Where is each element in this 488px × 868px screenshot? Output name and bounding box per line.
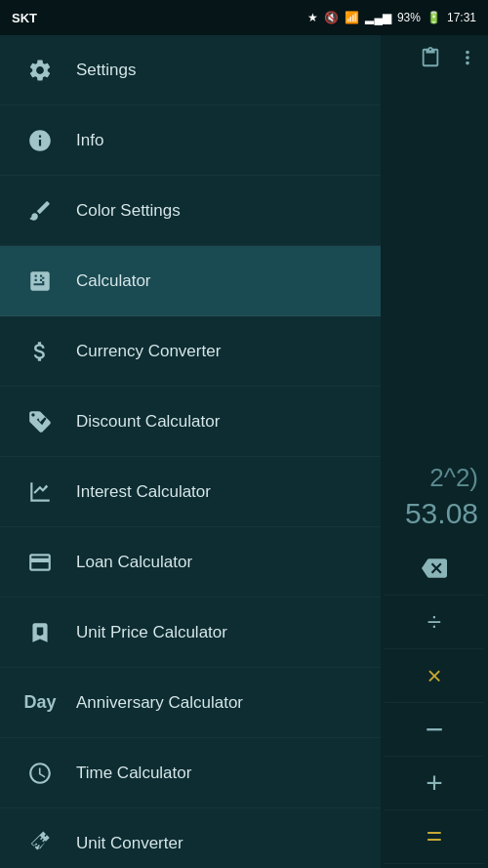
- dollar-icon: [20, 339, 61, 364]
- carrier-label: SKT: [12, 11, 37, 25]
- info-icon: [20, 128, 61, 153]
- discount-calculator-label: Discount Calculator: [76, 412, 220, 432]
- status-icons-group: ★ 🔇 📶 ▂▄▆ 93% 🔋 17:31: [307, 11, 476, 24]
- time-display: 17:31: [447, 11, 476, 24]
- battery-icon: 🔋: [427, 11, 441, 24]
- sidebar-item-anniversary-calculator[interactable]: Day Anniversary Calculator: [0, 668, 381, 738]
- interest-calculator-label: Interest Calculator: [76, 482, 211, 502]
- backspace-button[interactable]: [385, 542, 484, 596]
- navigation-drawer: Settings Info Color Settings: [0, 35, 381, 868]
- sidebar-item-unit-price-calculator[interactable]: Unit Price Calculator: [0, 598, 381, 668]
- calculator-icon: [20, 269, 61, 294]
- add-button[interactable]: +: [385, 757, 484, 810]
- calculator-area: 2^2) 53.08 ÷ × − + =: [381, 35, 488, 868]
- sidebar-item-color-settings[interactable]: Color Settings: [0, 176, 381, 246]
- battery-level: 93%: [397, 11, 421, 24]
- bluetooth-icon: ★: [307, 11, 318, 24]
- calc-top-bar: [381, 35, 488, 84]
- multiply-symbol: ×: [427, 661, 441, 691]
- multiply-button[interactable]: ×: [385, 649, 484, 703]
- sidebar-item-unit-converter[interactable]: Unit Converter: [0, 808, 381, 868]
- sidebar-item-calculator[interactable]: Calculator: [0, 246, 381, 316]
- divide-button[interactable]: ÷: [385, 596, 484, 649]
- signal-icon: ▂▄▆: [365, 11, 391, 24]
- unit-converter-label: Unit Converter: [76, 834, 183, 853]
- more-vert-button[interactable]: [453, 43, 482, 77]
- calculator-label: Calculator: [76, 271, 151, 291]
- mute-icon: 🔇: [324, 11, 339, 24]
- equals-button[interactable]: =: [385, 810, 484, 864]
- equals-symbol: =: [427, 821, 442, 852]
- color-settings-label: Color Settings: [76, 201, 181, 221]
- sidebar-item-time-calculator[interactable]: Time Calculator: [0, 738, 381, 808]
- status-bar: SKT ★ 🔇 📶 ▂▄▆ 93% 🔋 17:31: [0, 0, 488, 35]
- scale-icon: [20, 620, 61, 645]
- gear-icon: [20, 58, 61, 83]
- add-symbol: +: [426, 766, 443, 800]
- sidebar-item-settings[interactable]: Settings: [0, 35, 381, 105]
- calc-display: 2^2) 53.08: [381, 84, 488, 538]
- subtract-symbol: −: [426, 712, 444, 748]
- calc-result: 53.08: [390, 497, 478, 530]
- paint-brush-icon: [20, 198, 61, 224]
- loan-calculator-label: Loan Calculator: [76, 553, 192, 572]
- main-container: Settings Info Color Settings: [0, 35, 488, 868]
- sidebar-item-interest-calculator[interactable]: Interest Calculator: [0, 457, 381, 527]
- calc-buttons: ÷ × − + =: [381, 538, 488, 868]
- sidebar-item-currency-converter[interactable]: Currency Converter: [0, 316, 381, 387]
- wifi-icon: 📶: [345, 11, 359, 24]
- loan-icon: [20, 550, 61, 575]
- info-label: Info: [76, 131, 103, 150]
- percent-tag-icon: [20, 409, 61, 434]
- calc-expression: 2^2): [390, 463, 478, 493]
- sidebar-item-info[interactable]: Info: [0, 105, 381, 176]
- subtract-button[interactable]: −: [385, 703, 484, 757]
- settings-label: Settings: [76, 61, 136, 80]
- currency-converter-label: Currency Converter: [76, 342, 221, 361]
- day-text-icon: Day: [20, 692, 61, 713]
- time-calculator-label: Time Calculator: [76, 764, 191, 783]
- interest-icon: [20, 479, 61, 505]
- ruler-icon: [20, 831, 61, 856]
- clipboard-button[interactable]: [416, 43, 445, 77]
- unit-price-calculator-label: Unit Price Calculator: [76, 623, 227, 642]
- sidebar-item-discount-calculator[interactable]: Discount Calculator: [0, 387, 381, 457]
- sidebar-item-loan-calculator[interactable]: Loan Calculator: [0, 527, 381, 598]
- divide-symbol: ÷: [427, 607, 441, 638]
- anniversary-calculator-label: Anniversary Calculator: [76, 693, 243, 713]
- clock-icon: [20, 761, 61, 786]
